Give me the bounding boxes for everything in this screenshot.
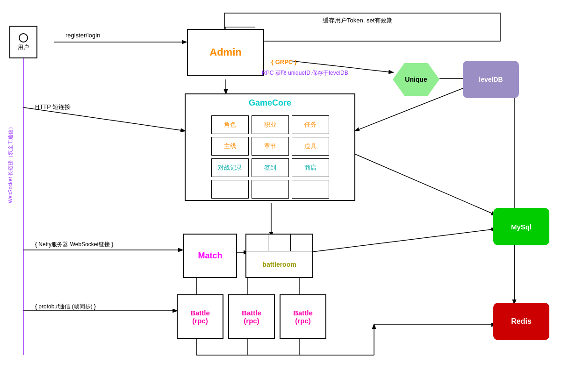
grpc-label: { GRPC }: [271, 58, 297, 65]
rpc-label: RPC 获取 uniqueID,保存于levelDB: [262, 69, 348, 77]
user-actor: 用户: [9, 26, 37, 58]
battle3-box: Battle(rpc): [280, 294, 326, 339]
unique-hex: Unique: [393, 63, 439, 96]
mysql-box: MySql: [493, 208, 549, 245]
gamecore-label: GameCore: [249, 98, 291, 108]
register-login-label: register/login: [65, 32, 100, 39]
battle2-box: Battle(rpc): [228, 294, 275, 339]
gc-role: 角色: [211, 115, 249, 134]
diagram: 用户 register/login 缓存用户Token, set有效期 Admi…: [0, 0, 583, 392]
battleroom-box: battleroom: [245, 234, 313, 278]
battle3-label: Battle(rpc): [293, 309, 313, 325]
gc-item: 道具: [292, 137, 329, 156]
gc-task: 任务: [292, 115, 329, 134]
user-label: 用户: [18, 43, 29, 51]
admin-box: Admin: [187, 29, 264, 76]
gc-signin: 签到: [252, 158, 289, 177]
svg-line-20: [355, 154, 496, 215]
gc-empty2: [252, 180, 289, 199]
gamecore-box: GameCore 角色 职业 任务 主线 章节 道具 对战记录 签到 商店: [185, 93, 355, 201]
leveldb-label: levelDB: [479, 76, 503, 83]
battleroom-label: battleroom: [262, 261, 296, 268]
gc-battle-record: 对战记录: [211, 158, 249, 177]
redis-label: Redis: [511, 317, 532, 326]
mysql-label: MySql: [511, 223, 532, 231]
admin-label: Admin: [209, 46, 241, 58]
gc-chapter: 章节: [252, 137, 289, 156]
unique-label: Unique: [405, 76, 427, 83]
gc-job: 职业: [252, 115, 289, 134]
websocket-label: WebSocket 长链接（双全工通信）: [4, 93, 18, 234]
gc-empty1: [211, 180, 249, 199]
protobuf-label: { protobuf通信 (帧同步) }: [35, 303, 96, 311]
leveldb-box: levelDB: [463, 61, 519, 98]
battle1-box: Battle(rpc): [177, 294, 223, 339]
match-box: Match: [183, 234, 237, 278]
http-label: HTTP 短连接: [35, 103, 71, 111]
redis-box: Redis: [493, 303, 549, 340]
gamecore-grid: 角色 职业 任务 主线 章节 道具 对战记录 签到 商店: [207, 111, 334, 203]
cache-token-label: 缓存用户Token, set有效期: [323, 16, 393, 25]
gc-main: 主线: [211, 137, 249, 156]
gc-empty3: [292, 180, 329, 199]
gc-shop: 商店: [292, 158, 329, 177]
svg-line-21: [309, 229, 496, 252]
match-label: Match: [198, 251, 222, 261]
battle1-label: Battle(rpc): [190, 309, 210, 325]
netty-ws-label: { Netty服务器 WebSocket链接 }: [35, 241, 113, 249]
battle2-label: Battle(rpc): [242, 309, 261, 325]
